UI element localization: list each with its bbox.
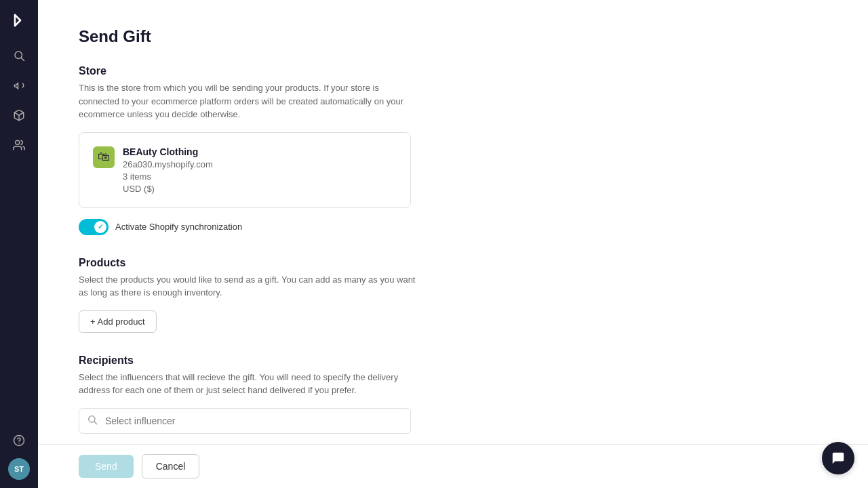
products-section-title: Products [79,257,827,269]
send-button[interactable]: Send [79,455,134,478]
store-url: 26a030.myshopify.com [123,159,213,169]
toggle-track[interactable]: ✓ [79,219,108,235]
shopify-icon: 🛍 [93,146,115,168]
chat-bubble-button[interactable] [822,442,854,474]
toggle-check-icon: ✓ [98,223,103,230]
search-icon[interactable] [7,43,31,68]
svg-point-6 [16,140,20,144]
influencer-search-input[interactable] [79,408,411,434]
megaphone-icon[interactable] [7,73,31,98]
store-name: BEAuty Clothing [123,146,213,157]
toggle-thumb: ✓ [94,221,106,233]
svg-line-4 [21,58,24,60]
cancel-button[interactable]: Cancel [142,454,200,479]
content-area: Send Gift Store This is the store from w… [38,0,868,444]
search-influencer-icon [87,414,98,428]
products-section-description: Select the products you would like to se… [79,273,418,300]
svg-line-10 [94,422,97,424]
store-section: Store This is the store from which you w… [79,65,827,235]
shopify-toggle-row: ✓ Activate Shopify synchronization [79,219,827,235]
shopify-sync-toggle[interactable]: ✓ [79,219,108,235]
main-content: Send Gift Store This is the store from w… [38,0,868,488]
help-icon[interactable] [7,428,31,453]
toggle-label: Activate Shopify synchronization [115,222,242,232]
store-currency: USD ($) [123,184,213,194]
user-avatar[interactable]: ST [8,458,30,480]
recipients-section: Recipients Select the influencers that w… [79,354,827,434]
store-items: 3 items [123,171,213,182]
products-section: Products Select the products you would l… [79,257,827,333]
page-title: Send Gift [79,27,827,46]
store-card: 🛍 BEAuty Clothing 26a030.myshopify.com 3… [79,132,411,208]
store-card-header: 🛍 BEAuty Clothing 26a030.myshopify.com 3… [93,146,397,194]
store-section-description: This is the store from which you will be… [79,81,418,121]
bottom-bar: Send Cancel [38,444,868,488]
users-icon[interactable] [7,133,31,157]
recipients-section-title: Recipients [79,354,827,367]
store-section-title: Store [79,65,827,77]
store-info: BEAuty Clothing 26a030.myshopify.com 3 i… [123,146,213,194]
recipients-section-description: Select the influencers that will recieve… [79,371,418,397]
influencer-search-container [79,408,411,434]
sidebar: ST [0,0,38,488]
app-logo [7,8,31,33]
box-icon[interactable] [7,103,31,127]
add-product-button[interactable]: + Add product [79,310,157,333]
